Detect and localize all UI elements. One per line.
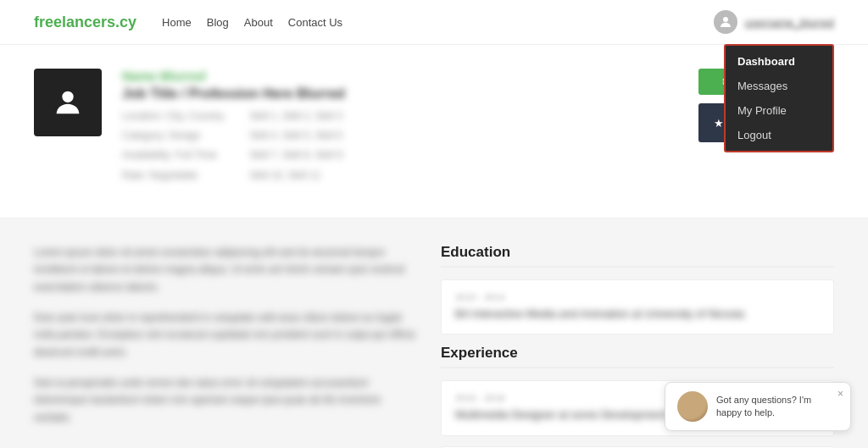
- nav-link-home[interactable]: Home: [162, 16, 192, 29]
- profile-title: Job Title / Profession Here Blurred: [122, 86, 678, 102]
- nav-username[interactable]: username_blurred: [744, 16, 834, 29]
- dropdown-messages[interactable]: Messages: [726, 74, 832, 98]
- user-dropdown: Dashboard Messages My Profile Logout: [724, 44, 834, 152]
- education-desc-0: BA Interactive Media and Animation at Un…: [455, 306, 820, 323]
- svg-point-1: [62, 91, 73, 102]
- profile-info: Name Blurred Job Title / Profession Here…: [122, 69, 678, 194]
- nav-left: freelancers.cy Home Blog About Contact U…: [34, 14, 342, 31]
- site-logo[interactable]: freelancers.cy: [34, 14, 136, 31]
- education-section-title: Education: [441, 244, 834, 268]
- navbar: freelancers.cy Home Blog About Contact U…: [0, 0, 868, 45]
- avatar[interactable]: [714, 10, 737, 34]
- svg-point-0: [723, 17, 728, 22]
- nav-right: username_blurred Dashboard Messages My P…: [714, 10, 834, 34]
- chat-message: Got any questions? I'm happy to help.: [716, 394, 838, 420]
- about-para1: Lorem ipsum dolor sit amet consectetur a…: [34, 244, 415, 296]
- about-para3: Sed ut perspiciatis unde omnis iste natu…: [34, 374, 415, 426]
- education-item-0: 2010 - 2014 BA Interactive Media and Ani…: [441, 279, 834, 335]
- chat-widget: × Got any questions? I'm happy to help.: [665, 382, 851, 431]
- dropdown-logout[interactable]: Logout: [726, 123, 832, 147]
- col-left: Lorem ipsum dolor sit amet consectetur a…: [34, 244, 415, 448]
- nav-link-about[interactable]: About: [244, 16, 273, 29]
- nav-links: Home Blog About Contact Us: [162, 16, 342, 29]
- dropdown-dashboard[interactable]: Dashboard: [726, 49, 832, 74]
- profile-meta-col1: Location: City, Country Category: Design…: [122, 108, 225, 184]
- about-para2: Duis aute irure dolor in reprehenderit i…: [34, 309, 415, 361]
- dropdown-my-profile[interactable]: My Profile: [726, 98, 832, 123]
- profile-meta: Location: City, Country Category: Design…: [122, 108, 678, 184]
- nav-link-contact[interactable]: Contact Us: [288, 16, 342, 29]
- experience-section-title: Experience: [441, 345, 834, 368]
- nav-link-blog[interactable]: Blog: [207, 16, 229, 29]
- profile-avatar: [34, 69, 102, 136]
- profile-name: Name Blurred: [122, 69, 678, 83]
- education-date-0: 2010 - 2014: [455, 292, 820, 302]
- chat-avatar: [677, 391, 708, 422]
- profile-meta-col2: Skill 1, Skill 2, Skill 3 Skill 4, Skill…: [250, 108, 342, 184]
- chat-close-button[interactable]: ×: [837, 388, 843, 400]
- bookmark-icon: ★: [714, 117, 724, 130]
